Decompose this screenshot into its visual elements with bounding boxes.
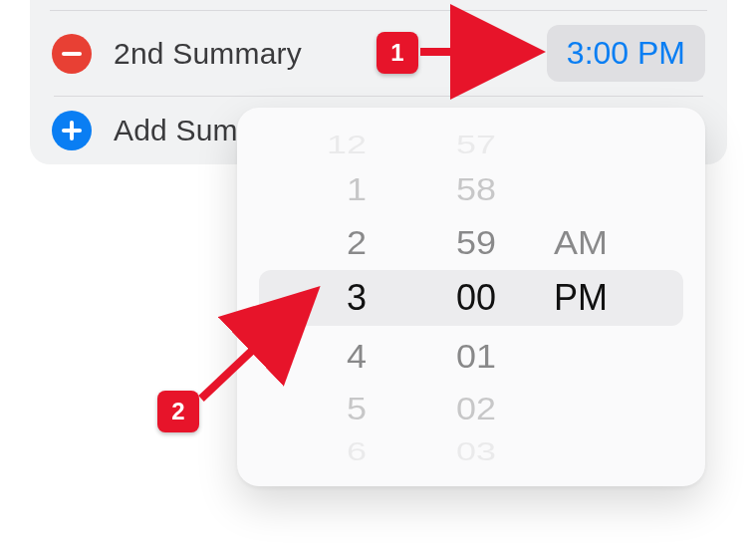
hour-option[interactable]: 12	[277, 126, 396, 164]
annotation-callout-2: 2	[157, 391, 199, 432]
minute-option[interactable]: 58	[406, 166, 546, 214]
minute-option[interactable]: 57	[406, 126, 546, 164]
summary-row-label: 2nd Summary	[114, 37, 302, 71]
minute-option[interactable]: 59	[406, 218, 546, 268]
minus-icon	[62, 52, 82, 56]
remove-summary-button[interactable]	[52, 34, 92, 74]
ampm-wheel[interactable]: AM PM	[546, 108, 665, 486]
minute-option-selected[interactable]: 00	[406, 270, 546, 326]
hour-option[interactable]: 1	[277, 166, 396, 214]
minute-option[interactable]: 01	[406, 332, 546, 382]
svg-line-4	[201, 297, 309, 399]
svg-rect-2	[62, 129, 82, 133]
hour-option[interactable]: 2	[277, 218, 396, 268]
hour-option[interactable]: 6	[277, 432, 396, 471]
minute-wheel[interactable]: 57 58 59 00 01 02 03	[406, 108, 546, 486]
minute-option[interactable]: 02	[406, 386, 546, 433]
svg-rect-0	[62, 52, 82, 56]
annotation-arrow-2	[199, 279, 339, 413]
minute-option[interactable]: 03	[406, 432, 546, 471]
ampm-option[interactable]: AM	[546, 218, 665, 268]
ampm-option-selected[interactable]: PM	[546, 270, 665, 326]
plus-icon	[62, 121, 82, 140]
summary-time-button[interactable]: 3:00 PM	[547, 25, 705, 82]
add-summary-button[interactable]	[52, 111, 92, 150]
annotation-arrow-1	[420, 37, 550, 71]
annotation-callout-1: 1	[377, 32, 418, 74]
